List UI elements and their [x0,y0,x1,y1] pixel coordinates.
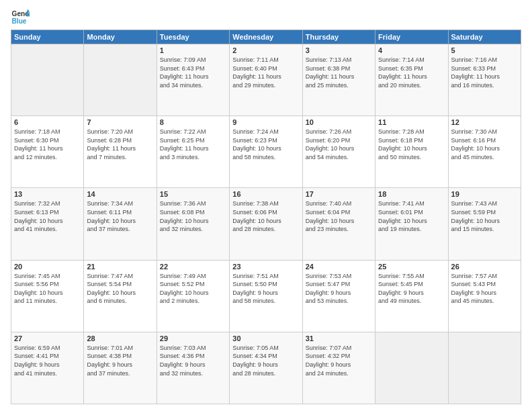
day-number: 2 [232,46,299,54]
day-info: Sunrise: 7:36 AM Sunset: 6:08 PM Dayligh… [160,199,226,233]
day-info: Sunrise: 7:07 AM Sunset: 4:32 PM Dayligh… [306,344,372,377]
calendar-cell: 6Sunrise: 7:18 AM Sunset: 6:30 PM Daylig… [11,116,84,188]
day-info: Sunrise: 7:43 AM Sunset: 5:59 PM Dayligh… [451,199,518,233]
day-number: 28 [87,334,153,342]
day-number: 13 [14,190,81,198]
calendar-header-row: SundayMondayTuesdayWednesdayThursdayFrid… [11,30,521,44]
day-info: Sunrise: 6:59 AM Sunset: 4:41 PM Dayligh… [14,344,81,377]
day-number: 29 [160,334,226,342]
day-info: Sunrise: 7:32 AM Sunset: 6:13 PM Dayligh… [14,199,81,233]
calendar-cell: 10Sunrise: 7:26 AM Sunset: 6:20 PM Dayli… [302,116,375,188]
day-number: 5 [451,46,518,54]
day-number: 12 [451,118,518,126]
day-number: 17 [306,190,372,198]
day-header-monday: Monday [84,30,157,44]
day-number: 31 [306,334,372,342]
calendar-cell: 17Sunrise: 7:40 AM Sunset: 6:04 PM Dayli… [302,188,375,260]
calendar-cell: 16Sunrise: 7:38 AM Sunset: 6:06 PM Dayli… [230,188,302,260]
calendar-cell: 14Sunrise: 7:34 AM Sunset: 6:11 PM Dayli… [84,188,157,260]
day-info: Sunrise: 7:16 AM Sunset: 6:33 PM Dayligh… [451,56,518,89]
day-header-tuesday: Tuesday [157,30,229,44]
calendar-cell: 3Sunrise: 7:13 AM Sunset: 6:38 PM Daylig… [302,44,375,116]
day-number: 3 [306,46,372,54]
calendar-cell [84,44,157,116]
day-number: 4 [378,46,445,54]
day-header-saturday: Saturday [448,30,521,44]
calendar-week-4: 20Sunrise: 7:45 AM Sunset: 5:56 PM Dayli… [11,260,521,332]
day-info: Sunrise: 7:51 AM Sunset: 5:50 PM Dayligh… [232,272,299,306]
calendar-cell: 9Sunrise: 7:24 AM Sunset: 6:23 PM Daylig… [230,116,302,188]
day-number: 8 [160,118,226,126]
calendar-week-3: 13Sunrise: 7:32 AM Sunset: 6:13 PM Dayli… [11,188,521,260]
calendar-cell: 19Sunrise: 7:43 AM Sunset: 5:59 PM Dayli… [448,188,521,260]
day-number: 11 [378,118,445,126]
day-info: Sunrise: 7:20 AM Sunset: 6:28 PM Dayligh… [87,128,153,161]
day-info: Sunrise: 7:03 AM Sunset: 4:36 PM Dayligh… [160,344,226,377]
day-info: Sunrise: 7:30 AM Sunset: 6:16 PM Dayligh… [451,128,518,161]
day-number: 23 [232,263,299,271]
calendar-cell: 23Sunrise: 7:51 AM Sunset: 5:50 PM Dayli… [230,260,302,332]
day-info: Sunrise: 7:49 AM Sunset: 5:52 PM Dayligh… [160,272,226,306]
calendar-cell: 1Sunrise: 7:09 AM Sunset: 6:43 PM Daylig… [157,44,229,116]
calendar-cell: 18Sunrise: 7:41 AM Sunset: 6:01 PM Dayli… [375,188,448,260]
svg-text:Blue: Blue [12,17,27,25]
day-number: 19 [451,190,518,198]
day-header-sunday: Sunday [11,30,84,44]
calendar-cell: 13Sunrise: 7:32 AM Sunset: 6:13 PM Dayli… [11,188,84,260]
calendar-cell [375,332,448,404]
logo-icon: General Blue [11,8,30,27]
day-number: 30 [232,334,299,342]
day-info: Sunrise: 7:14 AM Sunset: 6:35 PM Dayligh… [378,56,445,89]
calendar-cell: 21Sunrise: 7:47 AM Sunset: 5:54 PM Dayli… [84,260,157,332]
calendar-cell: 22Sunrise: 7:49 AM Sunset: 5:52 PM Dayli… [157,260,229,332]
logo: General Blue [11,8,34,27]
calendar-cell: 15Sunrise: 7:36 AM Sunset: 6:08 PM Dayli… [157,188,229,260]
day-info: Sunrise: 7:05 AM Sunset: 4:34 PM Dayligh… [232,344,299,377]
day-number: 9 [232,118,299,126]
calendar-cell [448,332,521,404]
day-number: 15 [160,190,226,198]
day-number: 22 [160,263,226,271]
calendar-page: General Blue SundayMondayTuesdayWednesda… [0,0,532,411]
day-number: 27 [14,334,81,342]
day-info: Sunrise: 7:45 AM Sunset: 5:56 PM Dayligh… [14,272,81,306]
calendar-cell: 4Sunrise: 7:14 AM Sunset: 6:35 PM Daylig… [375,44,448,116]
day-info: Sunrise: 7:57 AM Sunset: 5:43 PM Dayligh… [451,272,518,306]
calendar-cell: 28Sunrise: 7:01 AM Sunset: 4:38 PM Dayli… [84,332,157,404]
calendar-cell: 12Sunrise: 7:30 AM Sunset: 6:16 PM Dayli… [448,116,521,188]
day-info: Sunrise: 7:34 AM Sunset: 6:11 PM Dayligh… [87,199,153,233]
day-header-friday: Friday [375,30,448,44]
day-info: Sunrise: 7:11 AM Sunset: 6:40 PM Dayligh… [232,56,299,89]
calendar-week-5: 27Sunrise: 6:59 AM Sunset: 4:41 PM Dayli… [11,332,521,404]
day-number: 7 [87,118,153,126]
day-info: Sunrise: 7:53 AM Sunset: 5:47 PM Dayligh… [306,272,372,306]
calendar-cell: 31Sunrise: 7:07 AM Sunset: 4:32 PM Dayli… [302,332,375,404]
day-number: 6 [14,118,81,126]
day-number: 16 [232,190,299,198]
calendar-cell: 8Sunrise: 7:22 AM Sunset: 6:25 PM Daylig… [157,116,229,188]
day-info: Sunrise: 7:47 AM Sunset: 5:54 PM Dayligh… [87,272,153,306]
calendar-cell: 5Sunrise: 7:16 AM Sunset: 6:33 PM Daylig… [448,44,521,116]
day-info: Sunrise: 7:24 AM Sunset: 6:23 PM Dayligh… [232,128,299,161]
day-header-wednesday: Wednesday [230,30,302,44]
day-info: Sunrise: 7:13 AM Sunset: 6:38 PM Dayligh… [306,56,372,89]
day-info: Sunrise: 7:38 AM Sunset: 6:06 PM Dayligh… [232,199,299,233]
day-info: Sunrise: 7:01 AM Sunset: 4:38 PM Dayligh… [87,344,153,377]
header: General Blue [11,8,521,27]
day-header-thursday: Thursday [302,30,375,44]
calendar-cell: 27Sunrise: 6:59 AM Sunset: 4:41 PM Dayli… [11,332,84,404]
calendar-week-1: 1Sunrise: 7:09 AM Sunset: 6:43 PM Daylig… [11,44,521,116]
day-info: Sunrise: 7:26 AM Sunset: 6:20 PM Dayligh… [306,128,372,161]
day-number: 21 [87,263,153,271]
day-number: 20 [14,263,81,271]
calendar-cell: 2Sunrise: 7:11 AM Sunset: 6:40 PM Daylig… [230,44,302,116]
day-number: 1 [160,46,226,54]
day-number: 10 [306,118,372,126]
day-info: Sunrise: 7:40 AM Sunset: 6:04 PM Dayligh… [306,199,372,233]
calendar-table: SundayMondayTuesdayWednesdayThursdayFrid… [11,30,521,404]
day-info: Sunrise: 7:18 AM Sunset: 6:30 PM Dayligh… [14,128,81,161]
calendar-cell: 30Sunrise: 7:05 AM Sunset: 4:34 PM Dayli… [230,332,302,404]
calendar-cell: 25Sunrise: 7:55 AM Sunset: 5:45 PM Dayli… [375,260,448,332]
calendar-cell [11,44,84,116]
day-info: Sunrise: 7:41 AM Sunset: 6:01 PM Dayligh… [378,199,445,233]
